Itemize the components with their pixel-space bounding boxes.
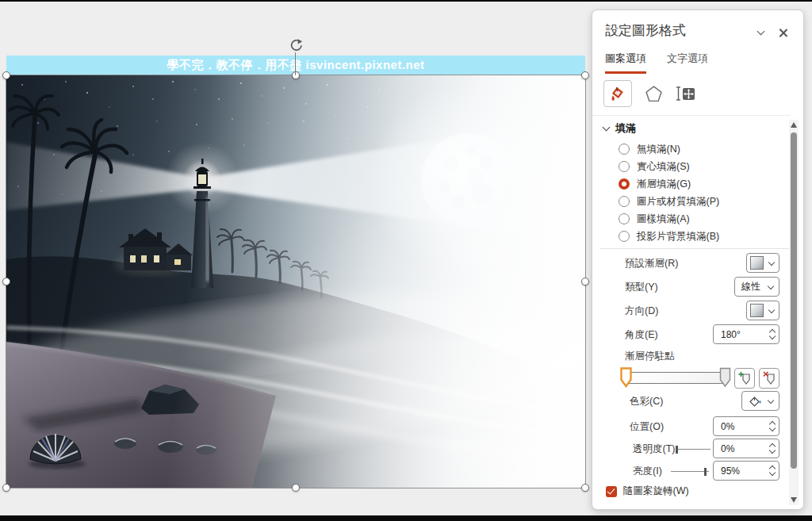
scroll-up-icon[interactable] — [791, 122, 797, 128]
spinner-arrows[interactable] — [770, 422, 775, 431]
beach-night-image — [6, 75, 585, 488]
brightness-value: 95% — [721, 465, 740, 477]
radio-icon — [619, 196, 630, 207]
fill-section-header[interactable]: 填滿 — [603, 121, 636, 136]
scroll-down-icon[interactable] — [791, 497, 797, 503]
divider — [600, 248, 789, 249]
radio-icon — [619, 231, 630, 242]
type-dropdown[interactable]: 線性 — [734, 277, 779, 297]
checkbox-checked-icon — [606, 486, 617, 497]
radio-icon — [619, 161, 630, 172]
remove-gradient-stop-icon — [763, 371, 776, 385]
preset-gradient-label: 預設漸層(R) — [625, 256, 678, 270]
radio-slide-background-fill[interactable]: 投影片背景填滿(B) — [619, 229, 719, 243]
spinner-arrows[interactable] — [770, 444, 775, 453]
gradient-swatch — [750, 256, 764, 270]
direction-label: 方向(D) — [625, 304, 658, 317]
chevron-down-icon — [768, 259, 775, 265]
spinner-arrows[interactable] — [770, 330, 775, 339]
chevron-down-icon — [603, 124, 611, 132]
gradient-swatch — [750, 304, 764, 317]
rotate-connector — [295, 52, 296, 75]
type-label: 類型(Y) — [625, 280, 658, 293]
gradient-stops-editor — [592, 366, 805, 394]
chevron-down-icon — [756, 28, 764, 36]
resize-handle-bottom-right[interactable] — [581, 484, 589, 492]
position-spinner[interactable]: 0% — [713, 416, 779, 436]
spinner-arrows[interactable] — [770, 466, 775, 475]
tab-text-options[interactable]: 文字選項 — [667, 52, 708, 74]
pane-scrollbar[interactable] — [789, 120, 799, 505]
pane-toolbar — [603, 80, 696, 107]
tab-shape-options[interactable]: 圖案選項 — [605, 52, 646, 74]
transparency-value: 0% — [721, 443, 734, 454]
slider-thumb[interactable] — [704, 468, 707, 476]
brightness-spinner[interactable]: 95% — [713, 461, 779, 481]
gradient-stop-track[interactable] — [626, 372, 726, 384]
close-icon — [779, 29, 787, 37]
type-value: 線性 — [741, 280, 760, 293]
rotate-handle-icon[interactable] — [289, 38, 303, 52]
window-bottom-edge — [0, 515, 812, 521]
remove-gradient-stop-button[interactable] — [759, 368, 779, 389]
pane-close-button[interactable] — [775, 25, 791, 40]
paint-bucket-icon — [748, 395, 761, 407]
size-properties-icon[interactable] — [676, 84, 696, 103]
transparency-spinner[interactable]: 0% — [713, 439, 779, 458]
add-gradient-stop-icon — [738, 371, 752, 385]
radio-solid-fill[interactable]: 實心填滿(S) — [619, 159, 690, 174]
resize-handle-bottom-left[interactable] — [2, 484, 10, 492]
resize-handle-top-center[interactable] — [292, 71, 300, 79]
pane-collapse-button[interactable] — [753, 25, 768, 40]
transparency-label: 透明度(T) — [633, 442, 675, 455]
application-window: 學不完．教不停．用不盡 isvincent.pixnet.net — [0, 0, 812, 521]
resize-handle-mid-right[interactable] — [581, 278, 589, 285]
brightness-slider[interactable] — [671, 471, 709, 473]
radio-picture-texture-fill[interactable]: 圖片或材質填滿(P) — [619, 194, 719, 209]
radio-selected-icon — [619, 178, 630, 190]
scrollbar-thumb[interactable] — [791, 132, 797, 469]
add-gradient-stop-button[interactable] — [734, 368, 755, 389]
color-label: 色彩(C) — [630, 394, 663, 408]
fill-line-tab-button[interactable] — [603, 80, 632, 107]
chevron-down-icon — [768, 396, 774, 403]
position-label: 位置(O) — [630, 419, 664, 433]
pane-tabs: 圖案選項 文字選項 — [605, 52, 708, 74]
radio-pattern-fill[interactable]: 圖樣填滿(A) — [619, 212, 690, 226]
chevron-down-icon — [768, 306, 775, 312]
resize-handle-bottom-center[interactable] — [292, 484, 300, 492]
brightness-label: 亮度(I) — [633, 464, 662, 477]
gradient-stops-label: 漸層停駐點 — [625, 350, 675, 363]
radio-icon — [619, 213, 630, 224]
color-dropdown[interactable] — [741, 391, 779, 411]
rotate-with-shape-checkbox-row[interactable]: 隨圖案旋轉(W) — [606, 485, 689, 498]
radio-gradient-fill[interactable]: 漸層填滿(G) — [619, 177, 691, 191]
selected-picture[interactable] — [6, 75, 585, 488]
radio-icon — [619, 144, 630, 155]
gradient-stop[interactable] — [719, 367, 731, 388]
gradient-stop-selected[interactable] — [620, 367, 632, 388]
preset-gradient-dropdown[interactable] — [746, 253, 779, 273]
paint-bucket-icon — [608, 84, 627, 103]
effects-pentagon-icon[interactable] — [645, 85, 663, 103]
slider-thumb[interactable] — [676, 446, 678, 454]
radio-no-fill[interactable]: 無填滿(N) — [619, 142, 680, 156]
angle-value: 180° — [721, 329, 741, 340]
fill-section-title: 填滿 — [615, 121, 636, 136]
transparency-slider[interactable] — [676, 449, 710, 450]
angle-label: 角度(E) — [625, 328, 658, 341]
position-value: 0% — [721, 421, 734, 432]
direction-dropdown[interactable] — [746, 301, 779, 320]
format-shape-pane: 設定圖形格式 圖案選項 文字選項 — [592, 10, 804, 510]
chevron-down-icon — [768, 282, 774, 289]
resize-handle-top-left[interactable] — [2, 71, 10, 79]
resize-handle-top-right[interactable] — [581, 71, 589, 79]
divider — [592, 115, 791, 116]
angle-spinner[interactable]: 180° — [713, 324, 779, 344]
resize-handle-mid-left[interactable] — [2, 278, 10, 285]
rotate-with-shape-label: 隨圖案旋轉(W) — [623, 485, 689, 498]
pane-title: 設定圖形格式 — [605, 21, 686, 40]
